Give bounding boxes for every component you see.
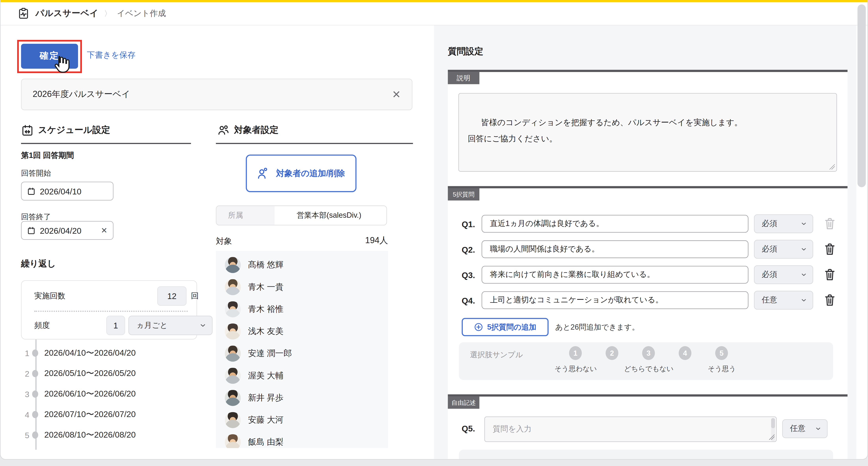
screen: パルスサーベイ 〉 イベント作成 確定 下書きを保存 2026年度パルスサーベイ… [0,0,868,466]
choice-sample-label: 選択肢サンプル [470,350,523,360]
audience-section-header: 対象者設定 [217,124,278,137]
frequency-unit-select[interactable]: ヵ月ごと [128,316,213,335]
trash-icon[interactable] [823,267,836,282]
scale-mid-label: どちらでもない [624,365,674,374]
description-textarea[interactable]: 皆様のコンディションを把握するため、パルスサーベイを実施します。 回答にご協力く… [458,93,837,172]
free-question-textarea[interactable]: 質問を入力 [484,416,777,442]
chevron-down-icon [801,221,807,227]
list-item: 安達 潤一郎 [216,342,388,365]
timeline-dot [32,350,38,357]
avatar [225,257,241,273]
avatar [225,412,241,428]
description-text: 皆様のコンディションを把握するため、パルスサーベイを実施します。 回答にご協力く… [468,118,742,143]
question-number: Q2. [462,244,482,254]
list-item: 渥美 大輔 [216,365,388,386]
question-text-input[interactable]: 上司と適切なコミュニケーションが取れている。 [482,291,748,309]
trash-icon[interactable] [823,216,836,231]
occurrence-row: 5 2026/08/10〜2026/08/20 [17,430,136,440]
app-title[interactable]: パルスサーベイ [35,8,99,19]
occurrence-index: 1 [17,349,29,357]
calendar-icon [27,187,35,195]
trash-icon[interactable] [823,293,836,307]
question-text-input[interactable]: 将来に向けて前向きに業務に取り組めている。 [482,266,748,284]
member-name: 渥美 大輔 [248,370,283,381]
required-select[interactable]: 任意 [782,419,828,438]
member-name: 青木 一貴 [248,282,283,292]
scale-3-badge: 3 [642,346,655,360]
department-filter-value: 営業本部(salesDiv.) [275,210,362,221]
list-item: 青木 裕惟 [216,298,388,320]
close-icon[interactable]: ✕ [101,226,107,235]
occurrence-range: 2026/08/10〜2026/08/20 [44,430,135,440]
audience-section-title: 対象者設定 [234,124,278,136]
occurrence-row: 1 2026/04/10〜2026/04/20 [17,348,136,358]
avatar [225,345,241,361]
required-value: 任意 [790,424,805,434]
repeat-count-unit: 回 [191,291,199,301]
audience-member-list[interactable]: 髙橋 悠輝 青木 一貴 青木 裕惟 浅木 友美 安達 潤一郎 渥美 大輔 新井 … [216,251,388,448]
required-select[interactable]: 任意 [754,291,813,310]
timeline-dot [32,432,38,439]
add-question-hint: あと26問追加できます。 [555,322,639,332]
occurrence-row: 2 2026/05/10〜2026/05/20 [17,368,136,379]
save-draft-link[interactable]: 下書きを保存 [87,50,135,60]
pulse-survey-icon [17,7,30,20]
close-icon[interactable]: ✕ [392,89,401,100]
questions-section-title: 質問設定 [448,46,483,58]
frequency-unit-value: ヵ月ごと [136,320,168,330]
answer-start-date-input[interactable]: 2026/04/10 [21,182,114,200]
repeat-count-input[interactable]: 12 [157,286,187,306]
schedule-divider [21,143,191,144]
repeat-label: 繰り返し [21,258,56,270]
member-name: 浅木 友美 [248,326,283,336]
required-select[interactable]: 必須 [754,265,813,284]
frequency-value-input[interactable]: 1 [106,316,125,335]
tab-five-choice: 5択質問 [448,188,479,201]
add-remove-audience-button[interactable]: 対象者の追加/削除 [246,154,356,192]
chevron-down-icon [815,425,822,432]
add-five-choice-question-button[interactable]: 5択質問の追加 [462,318,549,336]
app-window: パルスサーベイ 〉 イベント作成 確定 下書きを保存 2026年度パルスサーベイ… [0,0,868,460]
resize-handle-icon[interactable] [769,434,774,440]
free-question-placeholder: 質問を入力 [493,424,531,434]
required-select[interactable]: 必須 [754,214,813,233]
scale-high-label: そう思う [708,365,736,374]
occurrence-range: 2026/05/10〜2026/05/20 [44,368,135,379]
event-title-input[interactable]: 2026年度パルスサーベイ ✕ [21,79,412,110]
timeline-dot [32,370,38,377]
department-filter[interactable]: 所属 営業本部(salesDiv.) [216,205,387,225]
next-sample-panel-partial [459,450,833,459]
avatar [225,434,241,448]
answer-end-date-input[interactable]: 2026/04/20 ✕ [21,221,114,240]
required-select[interactable]: 必須 [754,240,813,259]
breadcrumb-separator: 〉 [104,8,111,19]
schedule-section-title: スケジュール設定 [38,124,110,136]
scale-low-label: そう思わない [555,365,597,374]
avatar [225,323,241,339]
question-number: Q4. [462,295,482,305]
required-value: 必須 [762,244,777,254]
five-choice-section-border [448,186,847,188]
target-count: 194人 [333,235,388,246]
avatar [225,301,241,317]
audience-divider [216,143,413,144]
list-item: 飯島 由梨 [216,431,388,448]
hand-cursor-icon [52,54,71,76]
question-text-input[interactable]: 直近1ヵ月の体調は良好である。 [482,215,748,233]
scale-1-badge: 1 [569,346,582,360]
answer-end-label: 回答終了 [21,212,51,222]
question-number: Q1. [462,219,482,229]
textarea-scrollbar-thumb[interactable] [771,418,775,428]
timeline-dot [32,390,38,398]
calendar-icon [27,226,35,234]
chevron-down-icon [801,271,807,278]
answer-start-date-value: 2026/04/10 [40,186,82,196]
question-text-input[interactable]: 職場の人間関係は良好である。 [482,240,748,258]
avatar [225,279,241,295]
question-row: Q1. 直近1ヵ月の体調は良好である。 必須 [462,215,836,233]
page-scrollbar-thumb[interactable] [858,4,866,187]
member-name: 安藤 大河 [248,414,283,425]
occurrence-index: 2 [17,369,29,378]
trash-icon[interactable] [823,242,836,256]
resize-handle-icon[interactable] [829,164,835,170]
